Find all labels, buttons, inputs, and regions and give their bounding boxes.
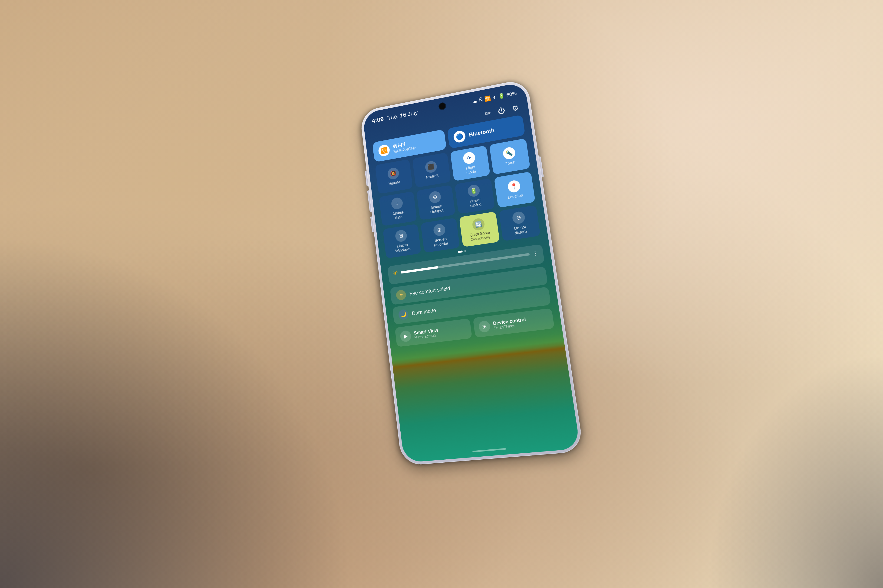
mobile-data-label: Mobiledata <box>393 210 405 220</box>
hotspot-icon: ⊕ <box>429 190 441 204</box>
portrait-icon: ⬛ <box>424 160 438 174</box>
clothing-left <box>0 235 353 588</box>
wifi-status-icon: 🛜 <box>484 95 491 102</box>
flight-mode-label: Flightmode <box>465 165 476 175</box>
wifi-tile-text: Wi-Fi EAR-2.4GHz <box>393 139 417 154</box>
portrait-label: Portrait <box>426 173 439 180</box>
dnd-icon: ⊖ <box>512 210 526 225</box>
link-windows-label: Link toWindows <box>394 242 411 254</box>
nfc-status-icon: Ñ <box>479 97 483 103</box>
battery-status-icon: 🔋 <box>498 93 505 100</box>
link-windows-tile[interactable]: 🖥 Link toWindows <box>383 224 421 258</box>
bluetooth-status-icon: ☁ <box>472 98 478 105</box>
page-dot-1 <box>458 250 463 253</box>
edit-icon[interactable]: ✏ <box>484 108 492 118</box>
screen-recorder-tile[interactable]: ⊕ Screenrecorder <box>420 218 460 253</box>
location-label: Location <box>507 193 523 200</box>
mobile-data-tile[interactable]: ↕ Mobiledata <box>379 191 417 226</box>
brightness-slider[interactable] <box>401 253 530 273</box>
dnd-label: Do notdisturb <box>514 225 527 236</box>
location-icon: 📍 <box>507 180 521 193</box>
quick-share-icon: 🔄 <box>472 217 486 231</box>
smart-view-text: Smart View Mirror screen <box>414 327 439 340</box>
bluetooth-label: Bluetooth <box>468 127 495 138</box>
device-control-icon: ⊞ <box>478 320 491 333</box>
screen-recorder-icon: ⊕ <box>433 223 446 237</box>
bluetooth-tile-text: Bluetooth <box>468 127 495 138</box>
clothing-right <box>706 353 883 588</box>
flight-mode-icon: ✈ <box>463 151 476 165</box>
vibrate-tile[interactable]: 🔕 Vibrate <box>375 159 413 194</box>
screen-recorder-label: Screenrecorder <box>433 236 448 248</box>
dnd-tile[interactable]: ⊖ Do notdisturb <box>499 205 540 241</box>
quick-share-label: Quick ShareContacts only <box>469 230 491 242</box>
brightness-more-icon[interactable]: ⋮ <box>532 249 539 257</box>
torch-label: Torch <box>505 160 516 166</box>
hotspot-tile[interactable]: ⊕ MobileHotspot <box>416 185 456 220</box>
torch-tile[interactable]: 🔦 Torch <box>489 138 530 174</box>
status-date: Tue, 16 July <box>387 109 418 122</box>
brightness-fill <box>401 266 438 273</box>
location-tile[interactable]: 📍 Location <box>494 171 536 207</box>
quick-share-tile[interactable]: 🔄 Quick ShareContacts only <box>459 211 499 247</box>
page-dot-2 <box>464 250 466 252</box>
torch-icon: 🔦 <box>502 146 516 160</box>
device-control-text: Device control SmartThings <box>493 316 527 330</box>
vibrate-icon: 🔕 <box>387 167 400 180</box>
bluetooth-icon: 🔵 <box>453 130 466 143</box>
wifi-icon: 🛜 <box>378 144 390 157</box>
portrait-tile[interactable]: ⬛ Portrait <box>412 152 451 188</box>
settings-icon[interactable]: ⚙ <box>511 103 519 113</box>
home-indicator <box>472 448 506 452</box>
airplane-status-icon: ✈ <box>492 94 497 100</box>
power-saving-tile[interactable]: 🔋 Powersaving <box>454 178 495 214</box>
smart-view-icon: ▶ <box>400 330 412 342</box>
flight-mode-tile[interactable]: ✈ Flightmode <box>450 146 490 181</box>
eye-comfort-icon: ☀ <box>396 289 406 301</box>
dark-mode-icon: 🌙 <box>398 309 409 320</box>
vibrate-label: Vibrate <box>388 180 401 186</box>
hotspot-label: MobileHotspot <box>429 203 444 214</box>
power-saving-label: Powersaving <box>469 197 482 208</box>
power-icon[interactable]: ⏻ <box>497 106 506 116</box>
brightness-icon: ☀ <box>392 269 399 277</box>
link-windows-icon: 🖥 <box>395 229 408 242</box>
mobile-data-icon: ↕ <box>391 196 404 210</box>
power-saving-icon: 🔋 <box>467 184 481 197</box>
battery-percent: 60% <box>506 90 517 98</box>
status-time: 4:09 <box>371 116 384 124</box>
